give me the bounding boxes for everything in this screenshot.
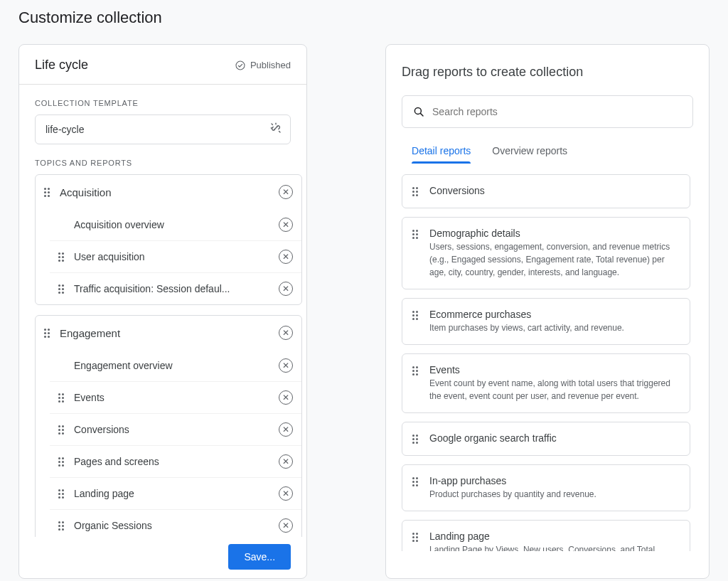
report-row[interactable]: Landing page✕ — [50, 477, 301, 509]
report-label: Organic Sessions — [74, 520, 272, 531]
remove-button[interactable]: ✕ — [279, 486, 293, 501]
drag-handle-icon[interactable] — [58, 521, 67, 531]
report-card-description: Item purchases by views, cart activity, … — [429, 321, 680, 334]
report-card-title: Events — [429, 364, 680, 375]
report-card-description: Product purchases by quantity and revenu… — [429, 488, 680, 501]
template-section-label: COLLECTION TEMPLATE — [19, 85, 306, 114]
available-report-card[interactable]: Google organic search traffic — [402, 422, 690, 456]
topics-section-label: TOPICS AND REPORTS — [19, 144, 306, 174]
svg-point-1 — [414, 107, 421, 114]
published-status: Published — [235, 60, 291, 71]
tab-overview-reports[interactable]: Overview reports — [492, 145, 567, 164]
report-card-title: Landing page — [429, 531, 680, 542]
svg-line-2 — [421, 114, 423, 116]
search-icon — [412, 105, 425, 118]
available-report-card[interactable]: Landing pageLanding Page by Views, New u… — [402, 520, 690, 551]
unlink-icon[interactable] — [269, 122, 282, 137]
report-row[interactable]: Events✕ — [50, 381, 301, 413]
report-row[interactable]: Organic Sessions✕ — [50, 509, 301, 537]
topic-card: Acquisition✕Acquisition overview✕User ac… — [35, 174, 302, 305]
report-label: Acquisition overview — [74, 219, 272, 230]
remove-button[interactable]: ✕ — [279, 282, 293, 296]
available-report-card[interactable]: EventsEvent count by event name, along w… — [402, 353, 690, 413]
drag-handle-icon[interactable] — [58, 252, 67, 262]
check-circle-icon — [235, 60, 246, 71]
topic-header[interactable]: Engagement✕ — [36, 316, 301, 350]
report-label: Traffic acquisition: Session defaul... — [74, 283, 272, 294]
drag-handle-icon[interactable] — [44, 329, 53, 338]
drag-handle-icon[interactable] — [58, 457, 67, 467]
page-title: Customize collection — [18, 9, 710, 27]
remove-button[interactable]: ✕ — [279, 390, 293, 405]
drag-handle-icon[interactable] — [44, 188, 53, 197]
report-row[interactable]: Engagement overview✕ — [50, 350, 301, 381]
report-card-title: In-app purchases — [429, 475, 680, 486]
report-card-description: Landing Page by Views, New users, Conver… — [429, 543, 680, 551]
remove-button[interactable]: ✕ — [279, 218, 293, 232]
available-report-card[interactable]: Conversions — [402, 174, 690, 208]
reports-panel-title: Drag reports to create collection — [402, 65, 693, 80]
remove-button[interactable]: ✕ — [279, 454, 293, 469]
drag-handle-icon[interactable] — [412, 533, 421, 542]
save-button[interactable]: Save... — [228, 544, 291, 570]
report-card-description: Users, sessions, engagement, conversion,… — [429, 240, 680, 279]
drag-handle-icon[interactable] — [412, 311, 421, 320]
remove-button[interactable]: ✕ — [279, 326, 293, 340]
available-report-card[interactable]: Ecommerce purchasesItem purchases by vie… — [402, 298, 690, 345]
remove-button[interactable]: ✕ — [279, 250, 293, 264]
topic-label: Acquisition — [60, 186, 272, 198]
drag-handle-icon[interactable] — [412, 230, 421, 239]
drag-handle-icon[interactable] — [58, 489, 67, 499]
remove-button[interactable]: ✕ — [279, 358, 293, 373]
report-row[interactable]: User acquisition✕ — [50, 240, 301, 272]
report-label: Events — [74, 392, 272, 403]
report-card-title: Google organic search traffic — [429, 432, 680, 444]
template-input[interactable] — [35, 114, 291, 144]
search-box[interactable] — [402, 95, 693, 128]
report-row[interactable]: Acquisition overview✕ — [50, 209, 301, 240]
collection-title: Life cycle — [35, 58, 88, 73]
available-report-card[interactable]: In-app purchasesProduct purchases by qua… — [402, 464, 690, 511]
report-card-description: Event count by event name, along with to… — [429, 377, 680, 403]
svg-point-0 — [236, 61, 245, 70]
topic-label: Engagement — [60, 327, 272, 339]
report-label: Conversions — [74, 424, 272, 435]
report-label: Engagement overview — [74, 360, 272, 371]
drag-handle-icon[interactable] — [58, 393, 67, 403]
report-label: User acquisition — [74, 251, 272, 262]
search-input[interactable] — [432, 106, 682, 117]
tab-detail-reports[interactable]: Detail reports — [412, 145, 471, 164]
report-label: Landing page — [74, 488, 272, 499]
remove-button[interactable]: ✕ — [279, 422, 293, 437]
drag-handle-icon[interactable] — [58, 425, 67, 435]
topic-card: Engagement✕Engagement overview✕Events✕Co… — [35, 315, 302, 537]
report-row[interactable]: Pages and screens✕ — [50, 445, 301, 477]
report-card-title: Ecommerce purchases — [429, 309, 680, 320]
drag-handle-icon[interactable] — [412, 187, 421, 196]
topic-header[interactable]: Acquisition✕ — [36, 175, 301, 209]
remove-button[interactable]: ✕ — [279, 518, 293, 533]
report-card-title: Demographic details — [429, 228, 680, 239]
remove-button[interactable]: ✕ — [279, 185, 293, 199]
drag-handle-icon[interactable] — [412, 366, 421, 375]
available-reports-list[interactable]: ConversionsDemographic detailsUsers, ses… — [402, 174, 693, 551]
report-label: Pages and screens — [74, 456, 272, 467]
drag-handle-icon[interactable] — [412, 435, 421, 444]
available-report-card[interactable]: Demographic detailsUsers, sessions, enga… — [402, 217, 690, 289]
report-row[interactable]: Conversions✕ — [50, 413, 301, 445]
reports-panel: Drag reports to create collection Detail… — [385, 44, 710, 579]
topics-list[interactable]: Acquisition✕Acquisition overview✕User ac… — [19, 174, 306, 537]
report-row[interactable]: Traffic acquisition: Session defaul...✕ — [50, 272, 301, 304]
drag-handle-icon[interactable] — [58, 284, 67, 294]
drag-handle-icon[interactable] — [412, 477, 421, 486]
collection-panel: Life cycle Published COLLECTION TEMPLATE… — [18, 44, 307, 579]
report-card-title: Conversions — [429, 185, 680, 196]
